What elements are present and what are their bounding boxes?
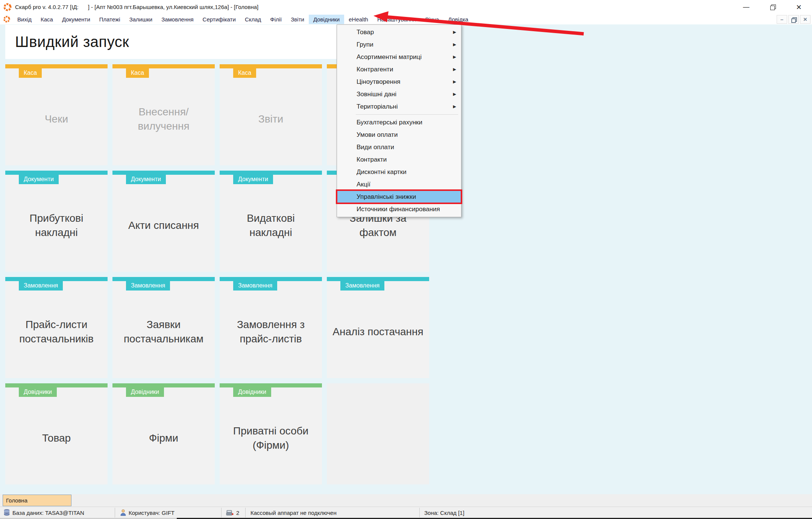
tile-color-bar bbox=[112, 277, 215, 281]
tile-color-bar bbox=[220, 171, 322, 175]
dropdown-item-tsinoutvorennia[interactable]: Ціноутворення ▶ bbox=[337, 76, 461, 88]
tile-category-tag: Довідники bbox=[19, 387, 57, 397]
menu-item-ehealth[interactable]: eHealth bbox=[344, 15, 373, 24]
tile-label: Внесення/вилучення bbox=[112, 78, 215, 165]
window-title: Скарб pro v. 4.0.2.77 [ІД: ] - [Апт №003… bbox=[15, 4, 258, 10]
submenu-arrow-icon: ▶ bbox=[453, 92, 456, 97]
tile-category-tag: Замовлення bbox=[126, 281, 170, 291]
user-icon bbox=[120, 509, 126, 516]
status-user: Користувач: GIFT bbox=[120, 507, 175, 518]
status-separator bbox=[419, 508, 420, 517]
status-separator bbox=[221, 508, 222, 517]
tile-label: Прайс-листи постачальників bbox=[5, 291, 108, 378]
minimize-button[interactable]: — bbox=[733, 0, 759, 14]
menu-item-dovidnyky[interactable]: Довідники bbox=[309, 15, 344, 24]
status-bar: База даних: TASA3@TITAN Користувач: GIFT… bbox=[0, 507, 812, 518]
dropdown-item-zovnishni-dani[interactable]: Зовнішні дані ▶ bbox=[337, 88, 461, 100]
dropdown-item-hrupy[interactable]: Групи ▶ bbox=[337, 38, 461, 51]
tab-row: Головна bbox=[0, 494, 812, 507]
tile-akty-spysannia[interactable]: Документи Акти списання bbox=[112, 171, 215, 272]
mdi-window-controls: – × bbox=[777, 15, 810, 24]
tile-color-bar bbox=[5, 64, 108, 68]
dropdown-item-umovy-oplaty[interactable]: Умови оплати bbox=[337, 129, 461, 141]
menu-items: Вихід Каса Документи Платежі Залишки Зам… bbox=[13, 15, 473, 24]
tile-cheky[interactable]: Каса Чеки bbox=[5, 64, 108, 165]
tile-color-bar bbox=[220, 277, 322, 281]
submenu-arrow-icon: ▶ bbox=[453, 42, 456, 47]
menu-item-zamovlennia[interactable]: Замовлення bbox=[157, 15, 198, 24]
tile-color-bar bbox=[220, 64, 322, 68]
tile-color-bar bbox=[5, 171, 108, 175]
tile-label: Видаткові накладні bbox=[220, 184, 322, 272]
tile-category-tag: Документи bbox=[19, 175, 59, 184]
restore-icon bbox=[770, 5, 775, 9]
dropdown-item-kontrakty[interactable]: Контракти bbox=[337, 153, 461, 166]
menu-item-kasa[interactable]: Каса bbox=[36, 15, 58, 24]
tile-tovar[interactable]: Довідники Товар bbox=[5, 383, 108, 484]
dropdown-item-upravlinski-znyzhky[interactable]: Управлінські знижки bbox=[337, 191, 461, 203]
tile-category-tag: Довідники bbox=[233, 387, 271, 397]
tile-label: Фірми bbox=[112, 397, 215, 484]
restore-button[interactable] bbox=[759, 0, 786, 14]
tile-vnesennia-vyluchennia[interactable]: Каса Внесення/вилучення bbox=[112, 64, 215, 165]
status-cash-register: Кассовый аппарат не подключен bbox=[250, 507, 337, 518]
tile-zaiavky-postachalnykam[interactable]: Замовлення Заявки постачальникам bbox=[112, 277, 215, 378]
menu-item-sertyfikaty[interactable]: Сертифікати bbox=[198, 15, 240, 24]
menu-item-vikna[interactable]: Вікна bbox=[421, 15, 444, 24]
dropdown-item-asortymentni-matrytsi[interactable]: Асортиментні матриці ▶ bbox=[337, 51, 461, 63]
tile-color-bar bbox=[5, 277, 108, 281]
dropdown-item-vydy-oplaty[interactable]: Види оплати bbox=[337, 141, 461, 153]
tile-pryvatni-osoby[interactable]: Довідники Приватні особи (Фірми) bbox=[220, 383, 322, 484]
menu-item-sklad[interactable]: Склад bbox=[240, 15, 266, 24]
tile-zamovlennia-z-prais-lystiv[interactable]: Замовлення Замовлення з прайс-листів bbox=[220, 277, 322, 378]
tile-prais-lysty-postachalnykiv[interactable]: Замовлення Прайс-листи постачальників bbox=[5, 277, 108, 378]
app-logo-icon bbox=[3, 3, 12, 12]
mdi-restore-icon bbox=[791, 17, 796, 22]
menu-item-filii[interactable]: Філії bbox=[266, 15, 286, 24]
tile-category-tag: Замовлення bbox=[19, 281, 63, 291]
dropdown-item-kontrahenty[interactable]: Контрагенти ▶ bbox=[337, 63, 461, 76]
tile-color-bar bbox=[220, 383, 322, 387]
tile-color-bar bbox=[112, 171, 215, 175]
submenu-arrow-icon: ▶ bbox=[453, 67, 456, 72]
close-button[interactable]: × bbox=[786, 0, 812, 14]
tile-category-tag: Каса bbox=[19, 68, 42, 78]
tile-analiz-postachannia[interactable]: Замовлення Аналіз постачання bbox=[327, 277, 429, 378]
tile-label: Звіти bbox=[220, 78, 322, 165]
tile-firmy[interactable]: Довідники Фірми bbox=[112, 383, 215, 484]
mdi-minimize-button[interactable]: – bbox=[777, 15, 787, 24]
status-device-count: 2 bbox=[226, 507, 239, 518]
dropdown-item-tovar[interactable]: Товар ▶ bbox=[337, 26, 461, 38]
dropdown-item-bukhhalterski-rakhunky[interactable]: Бухгалтерські рахунки bbox=[337, 116, 461, 129]
dropdown-item-dyskontni-kartky[interactable]: Дисконтні картки bbox=[337, 166, 461, 178]
tile-zvity-kasa[interactable]: Каса Звіти bbox=[220, 64, 322, 165]
mdi-restore-button[interactable] bbox=[788, 15, 799, 24]
mdi-close-button[interactable]: × bbox=[800, 15, 810, 24]
status-database: База даних: TASA3@TITAN bbox=[4, 507, 84, 518]
tile-vydatkovi-nakladni[interactable]: Документи Видаткові накладні bbox=[220, 171, 322, 272]
menu-item-zvity[interactable]: Звіти bbox=[286, 15, 309, 24]
status-separator bbox=[115, 508, 115, 517]
dropdown-item-istochniki-finansirovaniya[interactable]: Источники финансирования bbox=[337, 203, 461, 215]
cash-register-icon bbox=[226, 510, 234, 516]
submenu-arrow-icon: ▶ bbox=[453, 30, 456, 35]
dropdown-item-terytorialni[interactable]: Територіальні ▶ bbox=[337, 100, 461, 113]
tile-color-bar bbox=[112, 383, 215, 387]
status-separator bbox=[245, 508, 246, 517]
tile-prybutkovi-nakladni[interactable]: Документи Прибуткові накладні bbox=[5, 171, 108, 272]
tab-holovna[interactable]: Головна bbox=[3, 495, 71, 506]
tile-category-tag: Каса bbox=[233, 68, 256, 78]
tile-category-tag: Документи bbox=[233, 175, 273, 184]
menu-item-nalashtuvannia[interactable]: Налаштування bbox=[373, 15, 421, 24]
menu-item-zalyshky[interactable]: Залишки bbox=[125, 15, 157, 24]
title-bar: Скарб pro v. 4.0.2.77 [ІД: ] - [Апт №003… bbox=[0, 0, 812, 14]
page-title: Швидкий запуск bbox=[15, 33, 129, 50]
menu-item-platezhi[interactable]: Платежі bbox=[95, 15, 125, 24]
menu-item-dokumenty[interactable]: Документи bbox=[58, 15, 95, 24]
mdi-child-icon bbox=[3, 15, 11, 23]
menu-item-dovidka[interactable]: Довідка bbox=[443, 15, 473, 24]
tile-color-bar bbox=[5, 383, 108, 387]
dropdown-item-aktsii[interactable]: Акції bbox=[337, 178, 461, 191]
tile-label: Замовлення з прайс-листів bbox=[220, 291, 322, 378]
menu-item-vykhid[interactable]: Вихід bbox=[13, 15, 36, 24]
